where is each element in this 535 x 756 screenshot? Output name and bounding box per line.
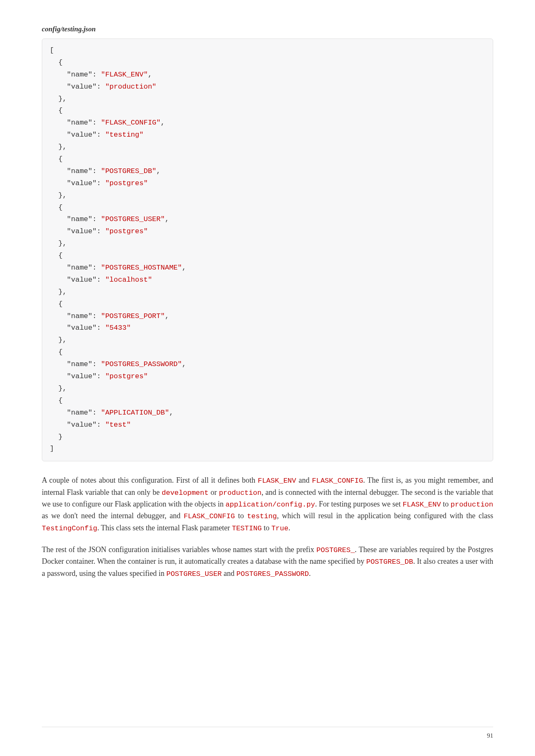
inline-code: True [271, 524, 288, 532]
text: , which will resul in the application be… [277, 512, 493, 520]
inline-code: testing [247, 512, 277, 520]
inline-code: TestingConfig [42, 524, 97, 532]
inline-code: production [451, 501, 493, 509]
text: to [235, 512, 247, 520]
text: and [222, 569, 237, 578]
paragraph-2: The rest of the JSON configuration initi… [42, 544, 493, 580]
inline-code: POSTGRES_PASSWORD [237, 570, 309, 578]
text: . [288, 524, 290, 532]
text: as we don't need the internal debugger, … [42, 512, 183, 520]
text: . This class sets the internal Flask par… [97, 524, 232, 532]
inline-code: development [162, 489, 209, 497]
inline-code: FLASK_CONFIG [183, 512, 234, 520]
inline-code: application/config.py [225, 501, 315, 509]
text: to [262, 524, 271, 532]
text: and [296, 476, 312, 484]
inline-code: production [219, 489, 262, 497]
text: or [209, 488, 219, 496]
inline-code: FLASK_ENV [258, 477, 296, 485]
text: A couple of notes about this configurati… [42, 476, 258, 484]
file-title: config/testing.json [42, 25, 493, 33]
page-footer: 91 [42, 727, 493, 739]
text: . For testing purposes we set [315, 500, 403, 508]
inline-code: FLASK_CONFIG [312, 477, 363, 485]
inline-code: FLASK_ENV [403, 501, 441, 509]
paragraph-1: A couple of notes about this configurati… [42, 475, 493, 534]
inline-code: POSTGRES_ [316, 546, 355, 554]
inline-code: TESTING [232, 524, 262, 532]
text: . [309, 569, 311, 578]
text: to [441, 500, 451, 508]
code-block: [ { "name": "FLASK_ENV", "value": "produ… [42, 38, 493, 461]
page-number: 91 [487, 732, 493, 739]
text: The rest of the JSON configuration initi… [42, 545, 316, 554]
inline-code: POSTGRES_USER [166, 570, 222, 578]
inline-code: POSTGRES_DB [366, 558, 413, 566]
